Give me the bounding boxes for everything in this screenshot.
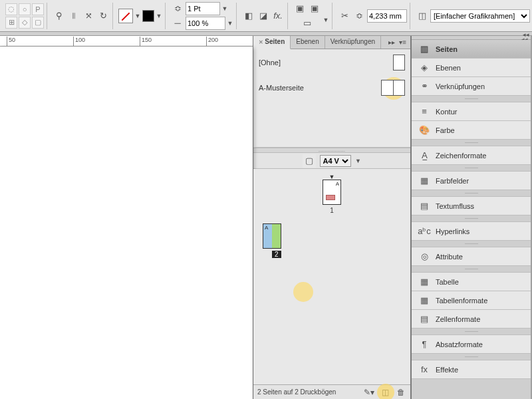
panel-item-label: Zeichenformate bbox=[436, 152, 486, 160]
panel-item-label: Seiten bbox=[436, 45, 458, 53]
insert-marker-icon: ▼ bbox=[329, 174, 335, 180]
tab-links[interactable]: Verknüpfungen bbox=[325, 36, 381, 49]
panel-item-stroke[interactable]: ≡Kontur bbox=[412, 102, 531, 121]
panel-group-divider: ┈┈┈┈┈ bbox=[412, 96, 531, 102]
char-styles-icon: A̲ bbox=[418, 150, 430, 161]
panel-item-table[interactable]: ▦Tabelle bbox=[412, 273, 531, 291]
canvas-area: 50 100 150 200 bbox=[0, 36, 253, 399]
diamond-icon[interactable]: ◇ bbox=[19, 17, 31, 29]
grid-icon[interactable]: ⊞ bbox=[5, 17, 17, 29]
panel-group-divider: ┈┈┈┈┈ bbox=[412, 266, 531, 273]
panel-menu-icon[interactable]: ▾≡ bbox=[399, 39, 406, 46]
layers-icon: ◈ bbox=[418, 63, 430, 73]
page-format-bar: ▢ A4 V ▼ bbox=[253, 153, 410, 169]
panel-item-effects[interactable]: fxEffekte bbox=[412, 360, 531, 379]
circle-icon[interactable]: ○ bbox=[19, 3, 31, 15]
crop-icon[interactable]: ✂ bbox=[338, 9, 351, 23]
p-type-icon[interactable]: P bbox=[32, 3, 44, 15]
fill-dropdown-caret[interactable]: ▼ bbox=[134, 13, 141, 19]
frame-type-icon[interactable]: ◫ bbox=[416, 9, 429, 23]
wrap-left-icon[interactable]: ▣ bbox=[293, 2, 307, 15]
new-page-icon[interactable]: ◫ bbox=[380, 387, 390, 398]
panel-item-label: Attribute bbox=[436, 253, 463, 261]
transform-icon[interactable]: ⤧ bbox=[82, 9, 95, 23]
masters-section: [Ohne] A-Musterseite bbox=[253, 49, 410, 148]
collapse-arrow-icon[interactable]: ◂◂ bbox=[523, 31, 529, 38]
page-1-thumb[interactable]: A bbox=[323, 180, 341, 205]
panel-item-label: Tabellenformate bbox=[436, 297, 487, 305]
panel-item-cell-styles[interactable]: ▤Zellenformate bbox=[412, 310, 531, 329]
panel-item-para-styles[interactable]: ¶Absatzformate bbox=[412, 335, 531, 354]
links-icon: ⚭ bbox=[418, 81, 430, 92]
page-format-icon[interactable]: ▢ bbox=[303, 154, 316, 168]
panel-group-divider: ┈┈┈┈┈ bbox=[412, 140, 531, 146]
panel-item-color[interactable]: 🎨Farbe bbox=[412, 121, 531, 140]
split-grip[interactable]: ┈┈┈┈┈┈┈┈ bbox=[253, 148, 410, 153]
panel-group-divider: ┈┈┈┈┈ bbox=[412, 329, 531, 335]
page-2-number: 2 bbox=[272, 251, 281, 258]
fill-none-swatch[interactable] bbox=[118, 9, 133, 23]
stepper-icon[interactable]: ≎ bbox=[171, 2, 184, 15]
top-toolbar: ◌ ○ P ⊞ ◇ ▢ ⚲ ⫴ ⤧ ↻ ▼ ▼ ≎ ▼ ─ ▼ bbox=[0, 0, 532, 32]
panel-item-label: Zellenformate bbox=[436, 315, 480, 323]
panel-item-attributes[interactable]: ◎Attribute bbox=[412, 247, 531, 266]
stroke-dropdown-caret[interactable]: ▼ bbox=[156, 13, 162, 19]
panel-item-label: Hyperlinks bbox=[436, 227, 469, 235]
attributes-icon: ◎ bbox=[418, 251, 430, 262]
panel-item-text-wrap[interactable]: ▤Textumfluss bbox=[412, 197, 531, 215]
fx-icon[interactable]: fx. bbox=[271, 9, 285, 23]
tab-layers[interactable]: Ebenen bbox=[291, 36, 325, 49]
tab-pages[interactable]: Seiten bbox=[253, 36, 291, 49]
ruler-tick: 50 bbox=[7, 37, 15, 46]
zoom-input[interactable] bbox=[186, 17, 225, 30]
measure-input[interactable] bbox=[367, 9, 407, 23]
line-style-icon[interactable]: ─ bbox=[171, 17, 184, 30]
frame-type-select[interactable]: [Einfacher Grafikrahmen] bbox=[430, 9, 530, 23]
page-2-thumb[interactable]: A bbox=[263, 223, 281, 249]
panel-group-divider: ┈┈┈┈┈ bbox=[412, 165, 531, 172]
stroke-swatch[interactable] bbox=[142, 10, 154, 22]
stroke-icon: ≡ bbox=[418, 106, 430, 117]
edit-page-icon[interactable]: ✎▾ bbox=[364, 387, 374, 398]
stroke-weight-input[interactable] bbox=[186, 2, 220, 15]
tool-icons-group: ◌ ○ P ⊞ ◇ ▢ bbox=[3, 3, 47, 29]
ruler-tick: 200 bbox=[206, 37, 218, 46]
align-rect-icon[interactable]: ▭ bbox=[293, 17, 321, 30]
ellipse-dotted-icon[interactable]: ◌ bbox=[5, 3, 17, 15]
panel-item-pages[interactable]: ▥Seiten bbox=[412, 40, 531, 59]
panel-item-hyperlinks[interactable]: aᵇcHyperlinks bbox=[412, 222, 531, 241]
panel-item-layers[interactable]: ◈Ebenen bbox=[412, 59, 531, 77]
master-none-thumb[interactable] bbox=[393, 55, 405, 70]
pages-panel: Seiten Ebenen Verknüpfungen ▸▸ ▾≡ [Ohne]… bbox=[253, 36, 411, 399]
panel-group-divider: ┈┈┈┈┈ bbox=[412, 190, 531, 197]
page-format-select[interactable]: A4 V bbox=[320, 155, 351, 167]
stepper2-icon[interactable]: ≎ bbox=[352, 9, 366, 23]
footer-status-text: 2 Seiten auf 2 Druckbögen bbox=[257, 388, 336, 396]
document-page[interactable] bbox=[0, 47, 253, 399]
panel-item-label: Tabelle bbox=[436, 278, 459, 286]
color-icon: 🎨 bbox=[418, 125, 430, 136]
panel-item-label: Farbfelder bbox=[436, 177, 469, 185]
master-a-label[interactable]: A-Musterseite bbox=[259, 84, 304, 92]
rotate-icon[interactable]: ↻ bbox=[96, 9, 110, 23]
distribute-icon[interactable]: ⫴ bbox=[67, 9, 80, 23]
delete-page-icon[interactable]: 🗑 bbox=[396, 387, 406, 398]
panel-group-divider: ┈┈┈┈┈ bbox=[412, 215, 531, 222]
page-1-number: 1 bbox=[330, 207, 334, 214]
master-none-label[interactable]: [Ohne] bbox=[259, 59, 281, 66]
gradient-icon[interactable]: ◧ bbox=[242, 9, 255, 23]
wrap-right-icon[interactable]: ▣ bbox=[308, 2, 321, 15]
effects-icon: fx bbox=[418, 364, 430, 375]
panel-item-char-styles[interactable]: A̲Zeichenformate bbox=[412, 146, 531, 165]
panel-item-table-styles[interactable]: ▦Tabellenformate bbox=[412, 291, 531, 310]
panel-group-divider: ┈┈┈┈┈ bbox=[412, 241, 531, 247]
master-a-thumb[interactable] bbox=[381, 80, 405, 96]
panel-item-links[interactable]: ⚭Verknüpfungen bbox=[412, 77, 531, 96]
horizontal-ruler: 50 100 150 200 bbox=[0, 36, 253, 47]
square-icon[interactable]: ▢ bbox=[32, 17, 44, 29]
panel-item-swatches[interactable]: ▦Farbfelder bbox=[412, 172, 531, 190]
table-styles-icon: ▦ bbox=[418, 295, 430, 306]
shadow-icon[interactable]: ◪ bbox=[257, 9, 270, 23]
anchor-icon[interactable]: ⚲ bbox=[53, 9, 66, 23]
expand-icon[interactable]: ▸▸ bbox=[388, 39, 395, 46]
